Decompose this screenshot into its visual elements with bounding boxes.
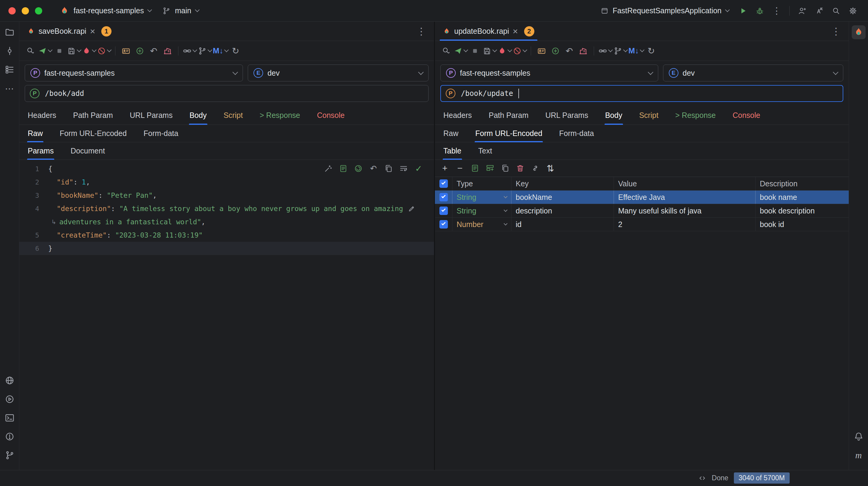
send-request-button[interactable] xyxy=(38,44,52,58)
markdown-export-button[interactable]: M↓ xyxy=(628,44,644,58)
undo-icon[interactable]: ↶ xyxy=(147,44,160,58)
branch-widget[interactable]: main xyxy=(158,4,203,18)
select-all-checkbox[interactable] xyxy=(439,179,448,188)
structure-tool-icon[interactable] xyxy=(3,63,17,77)
minimize-window-button[interactable] xyxy=(22,7,29,14)
tab-script[interactable]: Script xyxy=(639,106,658,124)
disable-request-button[interactable] xyxy=(513,44,527,58)
undo-icon[interactable]: ↶ xyxy=(563,44,576,58)
tab-table[interactable]: Table xyxy=(443,142,461,159)
tab-body[interactable]: Body xyxy=(605,106,622,124)
more-tool-windows-icon[interactable]: ⋯ xyxy=(3,82,17,95)
project-select[interactable]: P fast-request-samples xyxy=(440,64,658,82)
cell-value[interactable]: 2 xyxy=(614,218,755,231)
tab-close-icon[interactable]: × xyxy=(90,27,95,36)
cell-key[interactable]: id xyxy=(512,218,614,231)
ai-generate-icon[interactable] xyxy=(353,163,364,174)
cell-key[interactable]: bookName xyxy=(512,190,614,204)
header-card-button[interactable] xyxy=(120,44,132,58)
copy-icon[interactable] xyxy=(383,163,394,174)
url-input[interactable]: P /book/add xyxy=(25,85,429,102)
disable-request-button[interactable] xyxy=(97,44,111,58)
run-button[interactable] xyxy=(736,4,750,18)
commit-tool-icon[interactable] xyxy=(3,44,17,58)
version-control-tool-icon[interactable] xyxy=(3,448,17,462)
problems-tool-icon[interactable] xyxy=(3,430,17,444)
api-search-icon[interactable] xyxy=(440,44,453,58)
add-request-button[interactable] xyxy=(549,44,562,58)
tab-body[interactable]: Body xyxy=(190,106,207,124)
cell-value[interactable]: Effective Java xyxy=(614,190,755,204)
add-row-icon[interactable]: + xyxy=(439,162,451,174)
undo-icon[interactable]: ↶ xyxy=(368,163,378,174)
remove-row-icon[interactable]: − xyxy=(454,162,466,174)
cell-type[interactable]: Number xyxy=(453,218,512,231)
fast-request-tool-icon[interactable] xyxy=(852,25,866,39)
cell-value[interactable]: Many useful skills of java xyxy=(614,204,755,217)
table-row[interactable]: String bookName Effective Java book name xyxy=(435,190,849,204)
project-select[interactable]: P fast-request-samples xyxy=(25,64,243,82)
edit-intention-icon[interactable] xyxy=(408,205,415,213)
branch-button[interactable] xyxy=(198,44,212,58)
terminal-tool-icon[interactable] xyxy=(3,411,17,425)
copy-rows-icon[interactable] xyxy=(499,162,511,174)
save-request-button[interactable] xyxy=(67,44,81,58)
memory-indicator[interactable]: 3040 of 5700M xyxy=(734,473,789,484)
bulk-edit-icon[interactable] xyxy=(469,162,481,174)
cell-description[interactable]: book name xyxy=(755,190,849,204)
copy-link-button[interactable] xyxy=(598,44,612,58)
tab-response[interactable]: > Response xyxy=(260,106,300,124)
run-config-select[interactable]: FastRequestSamplesApplication xyxy=(596,4,733,18)
hot-requests-button[interactable] xyxy=(82,44,96,58)
hot-requests-button[interactable] xyxy=(498,44,512,58)
tab-url-params[interactable]: URL Params xyxy=(130,106,173,124)
url-input[interactable]: P /book/update xyxy=(440,85,843,102)
tab-document[interactable]: Document xyxy=(70,142,105,159)
tab-headers[interactable]: Headers xyxy=(28,106,56,124)
markdown-export-button[interactable]: M↓ xyxy=(213,44,228,58)
tab-console[interactable]: Console xyxy=(317,106,345,124)
add-from-template-icon[interactable] xyxy=(484,162,496,174)
add-request-button[interactable] xyxy=(133,44,146,58)
search-everywhere-icon[interactable] xyxy=(829,4,843,18)
services-tool-icon[interactable] xyxy=(3,392,17,406)
stop-request-button[interactable] xyxy=(53,44,66,58)
table-row[interactable]: String description Many useful skills of… xyxy=(435,204,849,218)
tab-url-params[interactable]: URL Params xyxy=(546,106,588,124)
memory-widget[interactable]: m xyxy=(852,448,866,462)
close-window-button[interactable] xyxy=(8,7,16,14)
debug-button[interactable] xyxy=(752,4,767,18)
tab-path-param[interactable]: Path Param xyxy=(489,106,529,124)
environment-select[interactable]: E dev xyxy=(663,64,843,82)
tab-form-data[interactable]: Form-data xyxy=(144,125,178,142)
tab-form-url-encoded[interactable]: Form URL-Encoded xyxy=(60,125,127,142)
settings-icon[interactable] xyxy=(846,4,860,18)
tab-options-kebab-icon[interactable]: ⋮ xyxy=(828,26,844,37)
tab-close-icon[interactable]: × xyxy=(513,27,518,36)
cell-description[interactable]: book id xyxy=(755,218,849,231)
tab-raw[interactable]: Raw xyxy=(28,125,43,142)
tab-form-url-encoded[interactable]: Form URL-Encoded xyxy=(475,125,542,142)
project-tool-icon[interactable] xyxy=(3,25,17,39)
validate-check-icon[interactable]: ✓ xyxy=(413,163,424,174)
branch-button[interactable] xyxy=(613,44,627,58)
tab-raw[interactable]: Raw xyxy=(443,125,458,142)
cell-type[interactable]: String xyxy=(453,204,512,217)
notifications-bell-icon[interactable] xyxy=(852,430,866,444)
tab-form-data[interactable]: Form-data xyxy=(559,125,594,142)
translate-icon[interactable] xyxy=(812,4,827,18)
header-card-button[interactable] xyxy=(535,44,548,58)
maximize-window-button[interactable] xyxy=(35,7,42,14)
editor-tab-updatebook[interactable]: updateBook.rapi × 2 xyxy=(438,22,538,41)
tab-params[interactable]: Params xyxy=(28,142,54,159)
table-row[interactable]: Number id 2 book id xyxy=(435,218,849,231)
api-search-icon[interactable] xyxy=(24,44,37,58)
link-icon[interactable] xyxy=(530,162,541,174)
code-with-me-icon[interactable] xyxy=(795,4,809,18)
more-actions-icon[interactable]: ⋮ xyxy=(770,4,784,18)
tab-text[interactable]: Text xyxy=(478,142,492,159)
cell-type[interactable]: String xyxy=(453,190,512,204)
endpoints-tool-icon[interactable] xyxy=(3,373,17,387)
cell-key[interactable]: description xyxy=(512,204,614,217)
bulk-edit-icon[interactable] xyxy=(338,163,348,174)
